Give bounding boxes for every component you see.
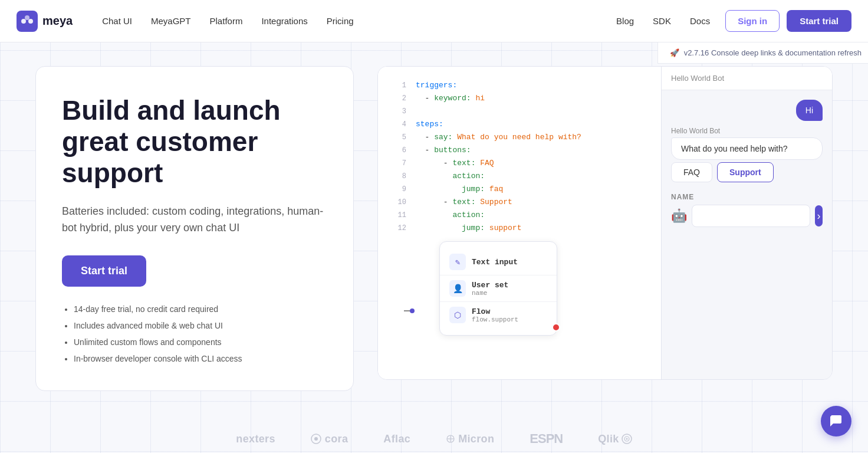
- robot-icon: 🤖: [671, 208, 687, 224]
- chat-bot-message: Hello World Bot What do you need help wi…: [671, 127, 823, 182]
- svg-rect-0: [17, 11, 38, 32]
- flow-icon: ⬡: [449, 307, 466, 323]
- chat-faq-button[interactable]: FAQ: [671, 162, 712, 182]
- navbar: meya Chat UI MeyaGPT Platform Integratio…: [0, 0, 868, 42]
- nav-link-pricing[interactable]: Pricing: [318, 11, 362, 31]
- main-content: Build and launch great customer support …: [0, 0, 868, 453]
- hero-features-list: 14-day free trial, no credit card requir…: [62, 301, 327, 367]
- flow-item-user-sub: name: [472, 290, 508, 297]
- chat-name-input[interactable]: [692, 205, 810, 227]
- signin-button[interactable]: Sign in: [725, 10, 780, 32]
- nav-link-integrations[interactable]: Integrations: [253, 11, 315, 31]
- hero-right-panel: 1triggers: 2 - keyword: hi 3 4steps: 5 -…: [377, 66, 833, 380]
- svg-point-3: [25, 15, 29, 20]
- logo-qlik: Qlik: [598, 433, 632, 445]
- chat-bubble-user: Hi: [796, 100, 823, 121]
- flow-item-user-set: 👤 User set name: [440, 275, 557, 302]
- flow-diagram: ✎ Text input 👤 User set name: [439, 241, 557, 336]
- svg-point-5: [314, 437, 318, 441]
- logo-micron: Micron: [446, 433, 494, 445]
- feature-item-4: In-browser developer console with CLI ac…: [74, 350, 327, 367]
- user-set-icon: 👤: [449, 280, 466, 297]
- flow-item-user-label: User set: [472, 281, 508, 290]
- logo-nexters: nexters: [236, 433, 275, 445]
- text-input-icon: ✎: [449, 254, 466, 270]
- flow-item-flow: ⬡ Flow flow.support: [440, 302, 557, 328]
- nav-link-chat-ui[interactable]: Chat UI: [94, 11, 140, 31]
- logo-text: meya: [42, 14, 73, 28]
- nav-link-platform[interactable]: Platform: [202, 11, 251, 31]
- logo[interactable]: meya: [17, 11, 73, 32]
- logo-cora: cora: [311, 433, 348, 445]
- chat-bubble-bot: What do you need help with?: [671, 137, 823, 160]
- nav-link-sdk[interactable]: SDK: [645, 11, 679, 31]
- chat-name-label: NAME: [671, 193, 823, 201]
- svg-point-1: [21, 19, 26, 24]
- nav-right: Blog SDK Docs Sign in Start trial: [608, 10, 851, 32]
- hero-left-card: Build and launch great customer support …: [35, 66, 354, 391]
- nav-link-blog[interactable]: Blog: [608, 11, 642, 31]
- start-trial-nav-button[interactable]: Start trial: [787, 10, 851, 32]
- hero-section: Build and launch great customer support …: [0, 42, 868, 415]
- logo-aflac: Aflac: [383, 433, 410, 445]
- flow-item-text-label: Text input: [472, 258, 518, 267]
- chat-widget-button[interactable]: [821, 406, 851, 436]
- code-panel: 1triggers: 2 - keyword: hi 3 4steps: 5 -…: [378, 67, 661, 379]
- chat-panel: Hello World Bot Hi Hello World Bot What …: [661, 67, 832, 379]
- nav-link-meya-gpt[interactable]: MeyaGPT: [143, 11, 199, 31]
- flow-item-flow-label: Flow: [472, 307, 518, 316]
- announcement-bar: 🚀 v2.7.16 Console deep links & documenta…: [657, 42, 868, 64]
- chat-input-row: 🤖 ›: [671, 205, 823, 227]
- chat-buttons-row: FAQ Support: [671, 162, 823, 182]
- chat-messages: Hi Hello World Bot What do you need help…: [662, 90, 832, 379]
- flow-error-dot: [552, 323, 560, 331]
- chat-send-button[interactable]: ›: [815, 205, 823, 226]
- nav-link-docs[interactable]: Docs: [682, 11, 718, 31]
- hero-subtitle: Batteries included: custom coding, integ…: [62, 203, 327, 237]
- start-trial-hero-button[interactable]: Start trial: [62, 255, 146, 287]
- nav-links: Chat UI MeyaGPT Platform Integrations Pr…: [94, 11, 608, 31]
- logo-espn: ESPN: [530, 431, 563, 447]
- svg-point-2: [28, 19, 33, 24]
- feature-item-2: Includes advanced mobile & web chat UI: [74, 317, 327, 334]
- chat-support-button[interactable]: Support: [717, 162, 774, 182]
- announcement-text: v2.7.16 Console deep links & documentati…: [684, 48, 862, 57]
- logos-section: nexters cora Aflac Micron ESPN Qlik: [0, 415, 868, 453]
- flow-item-flow-sub: flow.support: [472, 316, 518, 323]
- hero-title: Build and launch great customer support: [62, 95, 327, 189]
- svg-point-11: [626, 438, 627, 440]
- flow-item-text-input: ✎ Text input: [440, 249, 557, 275]
- chat-header: Hello World Bot: [662, 67, 832, 90]
- feature-item-3: Unlimited custom flows and components: [74, 334, 327, 350]
- feature-item-1: 14-day free trial, no credit card requir…: [74, 301, 327, 317]
- rocket-icon: 🚀: [670, 48, 679, 57]
- chat-bot-label: Hello World Bot: [671, 127, 823, 135]
- chat-name-section: NAME 🤖 ›: [671, 188, 823, 227]
